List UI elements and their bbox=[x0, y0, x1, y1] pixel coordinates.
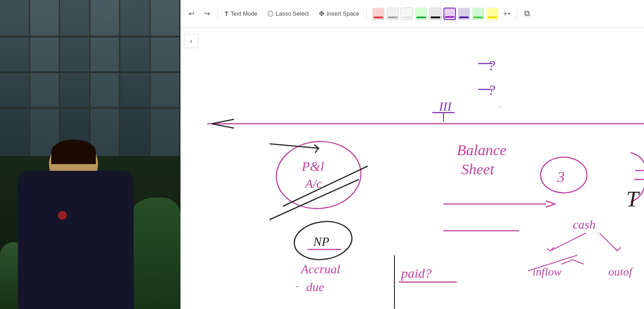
text-mode-label: Text Mode bbox=[231, 10, 258, 17]
svg-line-36 bbox=[550, 233, 586, 251]
whiteboard-drawing: III ? ? . P&l A/c NP bbox=[180, 28, 644, 309]
window-background bbox=[0, 0, 180, 156]
svg-text:outof: outof bbox=[608, 265, 634, 278]
divider bbox=[366, 7, 367, 21]
swatch-silver[interactable] bbox=[386, 8, 399, 20]
svg-text:P&l: P&l bbox=[301, 159, 324, 173]
insert-space-icon: ✥ bbox=[319, 9, 324, 18]
svg-text:Sheet: Sheet bbox=[461, 161, 495, 177]
text-mode-button[interactable]: T Text Mode bbox=[220, 8, 262, 20]
svg-text:cash: cash bbox=[573, 218, 595, 231]
chevron-down-icon: ▾ bbox=[508, 11, 510, 16]
swatch-dark-purple[interactable] bbox=[458, 8, 470, 20]
swatch-yellow[interactable] bbox=[486, 8, 499, 20]
swatch-white[interactable] bbox=[401, 8, 413, 20]
swatch-red[interactable] bbox=[372, 8, 385, 20]
svg-text:paid?: paid? bbox=[400, 266, 431, 280]
add-pen-button[interactable]: + ▾ bbox=[500, 8, 514, 20]
svg-text:.: . bbox=[499, 100, 501, 109]
svg-text:A/c: A/c bbox=[304, 177, 322, 190]
divider bbox=[517, 7, 517, 21]
onenote-panel: ↩ ↪ T Text Mode ⬡ Lasso Select ✥ Insert … bbox=[180, 0, 644, 309]
svg-text:?: ? bbox=[488, 58, 495, 74]
swatch-black[interactable] bbox=[429, 8, 442, 20]
back-button[interactable]: ‹ bbox=[184, 34, 198, 48]
lasso-icon: ⬡ bbox=[267, 9, 274, 18]
svg-line-12 bbox=[283, 166, 368, 206]
svg-text:-: - bbox=[295, 281, 299, 291]
divider bbox=[217, 7, 217, 21]
canvas-area[interactable]: ‹ III ? ? . P&l A/c bbox=[180, 28, 644, 309]
clipboard-button[interactable]: ⧉ bbox=[520, 6, 534, 21]
svg-line-14 bbox=[270, 144, 319, 148]
insert-space-button[interactable]: ✥ Insert Space bbox=[314, 7, 364, 21]
text-icon: T bbox=[225, 10, 229, 17]
swatch-green[interactable] bbox=[415, 8, 427, 20]
svg-text:inflow: inflow bbox=[533, 265, 562, 278]
chevron-left-icon: ‹ bbox=[190, 37, 192, 45]
svg-text:T: T bbox=[626, 186, 640, 211]
redo-icon: ↪ bbox=[204, 9, 210, 18]
svg-text:Accrual: Accrual bbox=[300, 262, 340, 276]
svg-text:Balance: Balance bbox=[457, 142, 506, 158]
lasso-select-button[interactable]: ⬡ Lasso Select bbox=[263, 7, 313, 21]
presenter bbox=[13, 140, 138, 309]
window-bar bbox=[0, 71, 180, 73]
toolbar: ↩ ↪ T Text Mode ⬡ Lasso Select ✥ Insert … bbox=[180, 0, 644, 28]
swatch-bright-green[interactable] bbox=[472, 8, 484, 20]
swatch-purple[interactable] bbox=[443, 8, 456, 20]
lasso-select-label: Lasso Select bbox=[276, 10, 309, 17]
svg-text:III: III bbox=[439, 99, 452, 113]
undo-button[interactable]: ↩ bbox=[184, 7, 199, 21]
window-bar bbox=[0, 36, 180, 37]
redo-button[interactable]: ↪ bbox=[200, 7, 214, 21]
insert-space-label: Insert Space bbox=[327, 10, 359, 17]
svg-text:NP: NP bbox=[313, 235, 329, 248]
color-swatches bbox=[372, 8, 499, 20]
video-panel bbox=[0, 0, 180, 309]
window-bar bbox=[0, 107, 180, 109]
undo-icon: ↩ bbox=[189, 9, 194, 18]
svg-text:3: 3 bbox=[557, 169, 565, 185]
plus-icon: + bbox=[503, 10, 507, 18]
clipboard-icon: ⧉ bbox=[524, 9, 530, 18]
svg-text:due: due bbox=[306, 280, 324, 294]
